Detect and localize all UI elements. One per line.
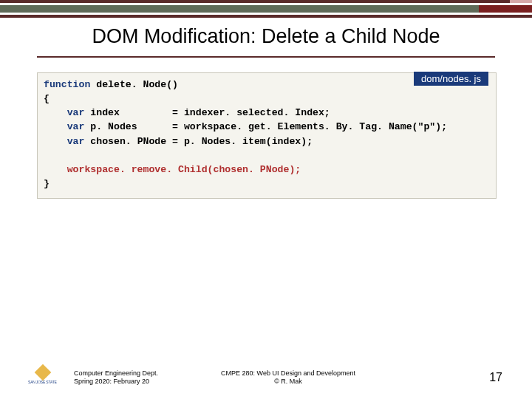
course-info: CMPE 280: Web UI Design and Development … [207, 369, 369, 386]
dept-line-2: Spring 2020: February 20 [74, 378, 158, 386]
course-line-2: © R. Mak [207, 378, 369, 386]
logo-text: SAN JOSE STATE [28, 380, 57, 384]
university-logo: SAN JOSE STATE [33, 366, 53, 389]
department-info: Computer Engineering Dept. Spring 2020: … [74, 369, 158, 386]
slide-title: DOM Modification: Delete a Child Node [0, 25, 532, 48]
code-block: dom/nodes. js function delete. Node() { … [37, 72, 497, 199]
page-number: 17 [489, 371, 502, 384]
title-underline [37, 56, 495, 58]
code-content: function delete. Node() { var index = in… [44, 78, 490, 191]
decorative-top-bars [0, 0, 532, 18]
file-name-badge: dom/nodes. js [414, 72, 488, 86]
course-line-1: CMPE 280: Web UI Design and Development [207, 369, 369, 378]
slide-footer: SAN JOSE STATE Computer Engineering Dept… [0, 359, 532, 389]
dept-line-1: Computer Engineering Dept. [74, 369, 158, 378]
